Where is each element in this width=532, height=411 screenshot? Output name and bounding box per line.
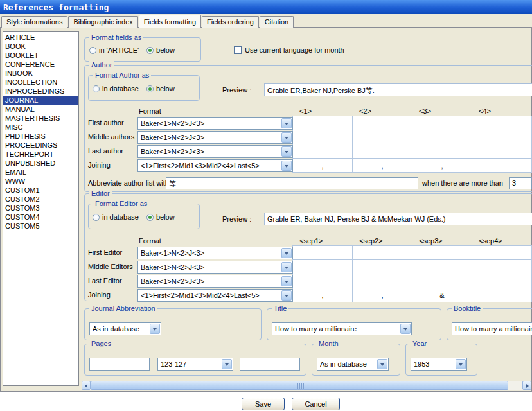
separator-cell[interactable] [412, 130, 472, 144]
separator-cell[interactable] [292, 144, 353, 159]
separator-cell[interactable] [292, 116, 353, 130]
list-item[interactable]: CUSTOM5 [3, 222, 78, 231]
author-last-format-select[interactable]: Baker<1>N<2>J<3> [137, 145, 293, 158]
radio-editor-below[interactable] [146, 214, 154, 221]
separator-cell[interactable] [472, 144, 532, 159]
tab-style-informations[interactable]: Style informations [1, 16, 67, 28]
list-item[interactable]: MASTERTHESIS [3, 114, 78, 123]
dropdown-arrow-icon[interactable] [281, 248, 292, 258]
dropdown-arrow-icon[interactable] [281, 146, 292, 157]
separator-cell[interactable] [292, 274, 353, 288]
abbreviate-threshold-input[interactable]: 3 [509, 177, 532, 189]
month-select[interactable]: As in database [317, 358, 389, 371]
list-item[interactable]: CUSTOM1 [3, 186, 78, 195]
separator-cell[interactable] [352, 130, 412, 144]
list-item[interactable]: EMAIL [3, 168, 78, 177]
separator-cell[interactable]: , [292, 158, 353, 173]
separator-cell[interactable] [472, 245, 532, 260]
separator-cell[interactable] [412, 245, 472, 260]
radio-author-in-database[interactable] [93, 85, 100, 92]
separator-cell[interactable]: , [352, 288, 412, 302]
horizontal-scrollbar[interactable] [82, 381, 531, 390]
list-item[interactable]: INPROCEEDINGS [3, 87, 78, 96]
dropdown-arrow-icon[interactable] [281, 132, 292, 143]
list-item-selected[interactable]: JOURNAL [3, 96, 78, 105]
month-language-checkbox[interactable] [234, 46, 242, 54]
save-button[interactable]: Save [242, 398, 285, 410]
radio-editor-in-database[interactable] [93, 214, 100, 221]
year-select[interactable]: 1953 [411, 358, 467, 371]
separator-cell[interactable] [472, 158, 532, 173]
editor-first-format-select[interactable]: Baker<1>N<2>J<3> [137, 247, 293, 259]
list-item[interactable]: CUSTOM3 [3, 204, 78, 213]
separator-cell[interactable] [472, 288, 532, 302]
entry-type-list[interactable]: ARTICLE BOOK BOOKLET CONFERENCE INBOOK I… [3, 31, 79, 386]
dropdown-arrow-icon[interactable] [222, 359, 232, 369]
list-item[interactable]: CUSTOM4 [3, 213, 78, 222]
radio-author-below[interactable] [146, 85, 154, 92]
dropdown-arrow-icon[interactable] [281, 276, 292, 286]
separator-cell[interactable] [412, 274, 472, 288]
list-item[interactable]: INCOLLECTION [3, 78, 78, 87]
separator-cell[interactable] [472, 130, 532, 144]
dropdown-arrow-icon[interactable] [281, 161, 292, 171]
dropdown-arrow-icon[interactable] [150, 324, 160, 334]
separator-cell[interactable] [292, 259, 353, 274]
separator-cell[interactable] [352, 245, 412, 260]
list-item[interactable]: UNPUBLISHED [3, 159, 78, 168]
separator-cell[interactable] [352, 259, 412, 274]
title-select[interactable]: How to marry a millionaire [272, 322, 412, 335]
separator-cell[interactable] [352, 144, 412, 159]
list-item[interactable]: PROCEEDINGS [3, 141, 78, 150]
scrollbar-thumb[interactable] [91, 381, 508, 390]
dropdown-arrow-icon[interactable] [281, 262, 292, 272]
abbreviate-input[interactable]: 等 [166, 177, 418, 189]
tab-citation[interactable]: Citation [260, 16, 294, 28]
scroll-left-arrow-icon[interactable] [82, 381, 91, 390]
list-item[interactable]: TECHREPORT [3, 150, 78, 159]
dropdown-arrow-icon[interactable] [281, 118, 292, 128]
list-item[interactable]: PHDTHESIS [3, 132, 78, 141]
dropdown-arrow-icon[interactable] [377, 359, 387, 369]
author-middle-format-select[interactable]: Baker<1>N<2>J<3> [137, 131, 293, 144]
tab-fields-ordering[interactable]: Fields ordering [202, 16, 259, 28]
booktitle-select[interactable]: How to marry a millionaire [452, 322, 532, 335]
separator-cell[interactable]: , [412, 158, 472, 173]
journal-abbreviation-select[interactable]: As in database [89, 322, 161, 335]
list-item[interactable]: BOOKLET [3, 51, 78, 60]
editor-last-format-select[interactable]: Baker<1>N<2>J<3> [137, 275, 293, 288]
list-item[interactable]: CUSTOM2 [3, 195, 78, 204]
separator-cell[interactable] [292, 245, 353, 260]
cancel-button[interactable]: Cancel [292, 398, 340, 410]
pages-first-input[interactable] [89, 358, 150, 371]
separator-cell[interactable] [472, 259, 532, 274]
tab-bibliographic-index[interactable]: Bibliographic index [68, 16, 137, 28]
scrollbar-track[interactable] [508, 381, 522, 390]
pages-last-input[interactable] [240, 358, 300, 371]
author-first-format-select[interactable]: Baker<1>N<2>J<3> [137, 117, 293, 130]
list-item[interactable]: ARTICLE [3, 33, 78, 42]
separator-cell[interactable] [472, 274, 532, 288]
list-item[interactable]: MISC [3, 123, 78, 132]
separator-cell[interactable] [472, 116, 532, 130]
list-item[interactable]: MANUAL [3, 105, 78, 114]
dropdown-arrow-icon[interactable] [281, 290, 292, 301]
separator-cell[interactable] [292, 130, 353, 144]
list-item[interactable]: INBOOK [3, 69, 78, 78]
separator-cell[interactable] [352, 116, 412, 130]
separator-cell[interactable] [412, 144, 472, 159]
dropdown-arrow-icon[interactable] [400, 324, 411, 334]
dropdown-arrow-icon[interactable] [456, 359, 466, 369]
scroll-right-arrow-icon[interactable] [522, 381, 531, 390]
separator-cell[interactable]: & [412, 288, 472, 302]
separator-cell[interactable]: , [352, 158, 412, 173]
editor-joining-format-select[interactable]: <1>First<2>Mid1<3>Mid2<4>Last<5> [137, 289, 293, 302]
author-joining-format-select[interactable]: <1>First<2>Mid1<3>Mid2<4>Last<5> [137, 159, 293, 172]
editor-middle-format-select[interactable]: Baker<1>N<2>J<3> [137, 261, 293, 274]
radio-below-fields[interactable] [146, 47, 154, 54]
separator-cell[interactable]: , [292, 288, 353, 302]
list-item[interactable]: CONFERENCE [3, 60, 78, 69]
radio-in-article[interactable] [89, 47, 96, 54]
list-item[interactable]: WWW [3, 177, 78, 186]
editor-preview-field[interactable]: Grable ER, Baker NJ, Perske BJ & McMeeka… [264, 213, 532, 225]
